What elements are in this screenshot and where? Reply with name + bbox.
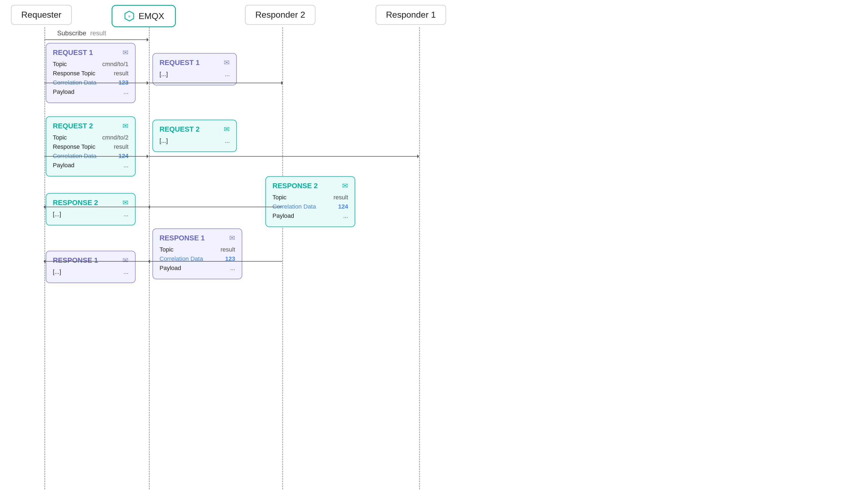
req2-arrow-to-resp2 [149, 156, 418, 157]
resp1m-payload-row: Payload ... [160, 265, 235, 272]
req1-arrow-to-resp2 [149, 83, 282, 83]
resp2-arrow-to-emqx [149, 207, 282, 207]
emqx-vline [149, 27, 150, 490]
mail-icon: ✉ [122, 48, 129, 57]
responder1-label: Responder 1 [386, 10, 436, 19]
resp2r-topic-row: Topic result [272, 194, 348, 201]
resp2r-correlation-row: Correlation Data 124 [272, 203, 348, 210]
requester-label: Requester [21, 10, 61, 19]
req1-payload-row: Payload ... [53, 88, 129, 95]
request1-left-card: REQUEST 1 ✉ Topic cmnd/to/1 Response Top… [46, 43, 136, 103]
subscribe-arrow [44, 40, 148, 40]
req2-topic-row: Topic cmnd/to/2 [53, 134, 129, 141]
responder2-actor: Responder 2 [245, 5, 315, 25]
req1r-row: [...] ... [160, 71, 230, 78]
svg-text:≡: ≡ [128, 14, 130, 18]
subscribe-label: Subscribe result [57, 29, 106, 37]
mail-icon: ✉ [122, 199, 129, 207]
req1-response-topic-row: Response Topic result [53, 70, 129, 77]
response1-left-card: RESPONSE 1 ✉ [...] ... [46, 251, 136, 283]
emqx-label: EMQX [138, 11, 164, 21]
request1-right-card: REQUEST 1 ✉ [...] ... [152, 53, 237, 86]
mail-icon: ✉ [224, 59, 230, 67]
req2-response-topic-row: Response Topic result [53, 143, 129, 150]
mail-icon: ✉ [229, 234, 235, 242]
response2-left-card: RESPONSE 2 ✉ [...] ... [46, 193, 136, 226]
emqx-icon: ≡ [123, 10, 135, 22]
response2-right-card: RESPONSE 2 ✉ Topic result Correlation Da… [265, 176, 355, 227]
resp1m-topic-row: Topic result [160, 246, 235, 253]
mail-icon: ✉ [122, 256, 129, 265]
req2-payload-row: Payload ... [53, 162, 129, 169]
responder1-actor: Responder 1 [376, 5, 446, 25]
request2-left-card: REQUEST 2 ✉ Topic cmnd/to/2 Response Top… [46, 117, 136, 176]
req1-arrow-to-emqx [44, 83, 148, 83]
responder2-label: Responder 2 [255, 10, 305, 19]
mail-icon: ✉ [122, 122, 129, 130]
resp1-arrow-to-requester [44, 261, 149, 262]
requester-vline [44, 27, 45, 490]
responder2-vline [282, 27, 283, 490]
resp2l-row: [...] ... [53, 211, 129, 218]
resp2r-payload-row: Payload ... [272, 212, 348, 219]
resp1l-row: [...] ... [53, 268, 129, 276]
emqx-actor: ≡ EMQX [111, 5, 176, 27]
resp1-arrow-to-emqx [149, 261, 282, 262]
resp2-arrow-to-requester [44, 207, 149, 207]
req2-arrow-to-emqx [44, 156, 148, 157]
request1-left-title: REQUEST 1 ✉ [53, 48, 129, 57]
response1-mid-card: RESPONSE 1 ✉ Topic result Correlation Da… [152, 229, 242, 279]
requester-actor: Requester [11, 5, 72, 25]
req2r-row: [...] ... [160, 137, 230, 144]
mail-icon: ✉ [342, 182, 348, 190]
request2-right-card: REQUEST 2 ✉ [...] ... [152, 120, 237, 152]
req1-topic-row: Topic cmnd/to/1 [53, 61, 129, 68]
responder1-vline [419, 27, 420, 490]
mail-icon: ✉ [224, 125, 230, 134]
